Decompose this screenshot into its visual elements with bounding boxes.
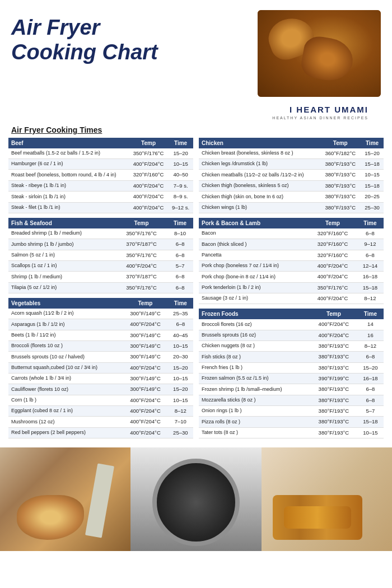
table-row: Fish sticks (8 oz )380°F/193°C6–8 — [199, 352, 384, 362]
table-row: Chicken breast (boneless, skinless 8 oz … — [199, 148, 384, 159]
pork-category-header: Pork & Bacon & Lamb — [199, 218, 309, 228]
beef-time-header: Time — [168, 138, 193, 148]
vegetables-table: Vegetables Temp Time Acorn squash (11⁄2 … — [8, 298, 193, 438]
chicken-category-header: Chicken — [199, 138, 320, 148]
table-row: Tater tots (8 oz )380°F/193°C10–15 — [199, 427, 384, 438]
table-row: Chicken wings (1 lb)380°F/193°C25–30 — [199, 202, 384, 213]
table-row: Pancetta320°F/160°C6–8 — [199, 250, 384, 260]
table-row: Beef meatballs (1.5-2 oz balls / 1.5-2 i… — [8, 148, 193, 159]
table-row: Broccoli florets (16 oz)400°F/204°C14 — [199, 319, 384, 330]
frozen-category-header: Frozen Foods — [199, 309, 310, 319]
table-row: Red bell peppers (2 bell peppers)400°F/2… — [8, 427, 193, 438]
table-row: Bacon (thick sliced )320°F/160°C9–12 — [199, 239, 384, 250]
brand: I HEART UMAMI HEALTHY ASIAN DINNER RECIP… — [272, 102, 380, 123]
header-image — [258, 10, 381, 97]
nuggets-image — [262, 447, 392, 551]
table-row: Frozen salmon (5.5 oz /1.5 in)390°F/199°… — [199, 373, 384, 384]
fish-table: Fish & Seafood Temp Time Breaded shrimp … — [8, 218, 193, 293]
header: Air FryerCooking Chart — [0, 0, 392, 102]
veg-temp-header: Temp — [123, 298, 167, 309]
fish-category-header: Fish & Seafood — [8, 218, 116, 228]
table-row: Breaded shrimp (1 lb / medium)350°F/176°… — [8, 228, 193, 239]
table-row: Chicken nuggets (8 oz )380°F/193°C8–12 — [199, 340, 384, 351]
table-row: Acorn squash (11⁄2 lb / 2 in)300°F/149°C… — [8, 309, 193, 319]
table-row: Corn (1 lb )400°F/204°C10–15 — [8, 395, 193, 405]
table-row: Broccoli (florets 10 oz )300°F/149°C10–1… — [8, 340, 193, 351]
table-row: Shrimp (1 lb / medium)370°F/187°C6–8 — [8, 272, 193, 282]
table-row: Steak - sirloin (1 lb /1 in)400°F/204°C8… — [8, 192, 193, 202]
bottom-images — [0, 447, 392, 551]
fish-time-header: Time — [167, 218, 193, 228]
table-row: Butternut squash,cubed (10 oz / 3⁄4 in)4… — [8, 362, 193, 373]
table-row: Salmon (5 oz / 1 in)350°F/176°C6–8 — [8, 250, 193, 260]
table-row: Hamburger (6 oz / 1 in)400°F/204°C10–15 — [8, 159, 193, 170]
table-row: Chicken legs /drumstick (1 lb)380°F/193°… — [199, 159, 384, 170]
table-row: Brussels sprouts (10 oz / halved)300°F/1… — [8, 352, 193, 362]
section-title: Air Fryer Cooking Times — [0, 124, 392, 138]
table-row: Brussels sprouts (16 oz)400°F/204°C16 — [199, 330, 384, 340]
table-row: Eggplant (cubed 8 oz / 1 in)400°F/204°C8… — [8, 406, 193, 417]
table-row: Frozen shrimp (1 lb /small–medium)380°F/… — [199, 384, 384, 395]
pork-temp-header: Temp — [309, 218, 357, 228]
pork-time-header: Time — [357, 218, 384, 228]
table-row: Sausage (3 oz / 1 in)400°F/204°C8–12 — [199, 293, 384, 304]
tables-left: Beef Temp Time Beef meatballs (1.5-2 oz … — [6, 138, 196, 443]
page-title: Air FryerCooking Chart — [11, 10, 252, 64]
table-row: Scallops (1 oz / 1 in)400°F/204°C5–7 — [8, 260, 193, 271]
food-plate-image — [0, 447, 130, 551]
brand-name: I HEART UMAMI — [272, 104, 368, 115]
table-row: Steak - filet (1 lb /1 in)400°F/204°C9–1… — [8, 202, 193, 213]
table-row: Asparagus (1 lb / 1/2 in)400°F/204°C6–8 — [8, 319, 193, 330]
table-row: Mozzarella sticks (8 oz )380°F/193°C6–8 — [199, 395, 384, 405]
table-row: Pork chop (bone-in 8 oz / 11⁄4 in)400°F/… — [199, 272, 384, 282]
table-row: Pizza rolls (8 oz )380°F/193°C15–18 — [199, 417, 384, 427]
table-row: Bacon320°F/160°C6–8 — [199, 228, 384, 239]
beef-temp-header: Temp — [129, 138, 168, 148]
tables-right: Chicken Temp Time Chicken breast (bonele… — [196, 138, 386, 443]
table-row: Onion rings (1 lb )380°F/193°C5–7 — [199, 406, 384, 417]
table-row: Jumbo shrimp (1 lb / jumbo)370°F/187°C6–… — [8, 239, 193, 250]
veg-time-header: Time — [168, 298, 193, 309]
table-row: Chicken meatballs (11⁄2–2 oz balls /11⁄2… — [199, 170, 384, 180]
fish-temp-header: Temp — [116, 218, 167, 228]
beef-table: Beef Temp Time Beef meatballs (1.5-2 oz … — [8, 138, 193, 213]
chicken-temp-header: Temp — [320, 138, 361, 148]
table-row: Tilapia (5 oz / 1/2 in)350°F/176°C6–8 — [8, 282, 193, 293]
table-row: Beets (1 lb / 11⁄2 in)300°F/149°C40–45 — [8, 330, 193, 340]
table-row: Mushrooms (12 oz)400°F/204°C7–10 — [8, 417, 193, 427]
tables-container: Beef Temp Time Beef meatballs (1.5-2 oz … — [0, 138, 392, 443]
table-row: French fries (1 lb )380°F/193°C15–20 — [199, 362, 384, 373]
table-row: Carrots (whole 1 lb / 3⁄4 in)300°F/149°C… — [8, 373, 193, 384]
frozen-temp-header: Temp — [310, 309, 357, 319]
frozen-time-header: Time — [357, 309, 384, 319]
air-fryer-image — [130, 447, 261, 551]
table-row: Steak - ribeye (1 lb /1 in)400°F/204°C7–… — [8, 180, 193, 191]
table-row: Pork tenderloin (1 lb / 2 in)350°F/176°C… — [199, 282, 384, 293]
brand-tagline: HEALTHY ASIAN DINNER RECIPES — [272, 115, 368, 121]
chicken-table: Chicken Temp Time Chicken breast (bonele… — [199, 138, 384, 213]
frozen-table: Frozen Foods Temp Time Broccoli florets … — [199, 309, 384, 438]
chicken-time-header: Time — [361, 138, 384, 148]
table-row: Chicken thigh (skin on, bone In 6 oz)380… — [199, 192, 384, 202]
pork-table: Pork & Bacon & Lamb Temp Time Bacon320°F… — [199, 218, 384, 304]
table-row: Roast beef (boneless, bottom round, 4 lb… — [8, 170, 193, 180]
table-row: Chicken thigh (boneless, skinless 5 oz)3… — [199, 180, 384, 191]
table-row: Cauliflower (florets 10 oz)300°F/149°C15… — [8, 384, 193, 395]
beef-category-header: Beef — [8, 138, 129, 148]
table-row: Pork chop (boneless 7 oz / 11⁄4 in)400°F… — [199, 260, 384, 271]
veg-category-header: Vegetables — [8, 298, 123, 309]
